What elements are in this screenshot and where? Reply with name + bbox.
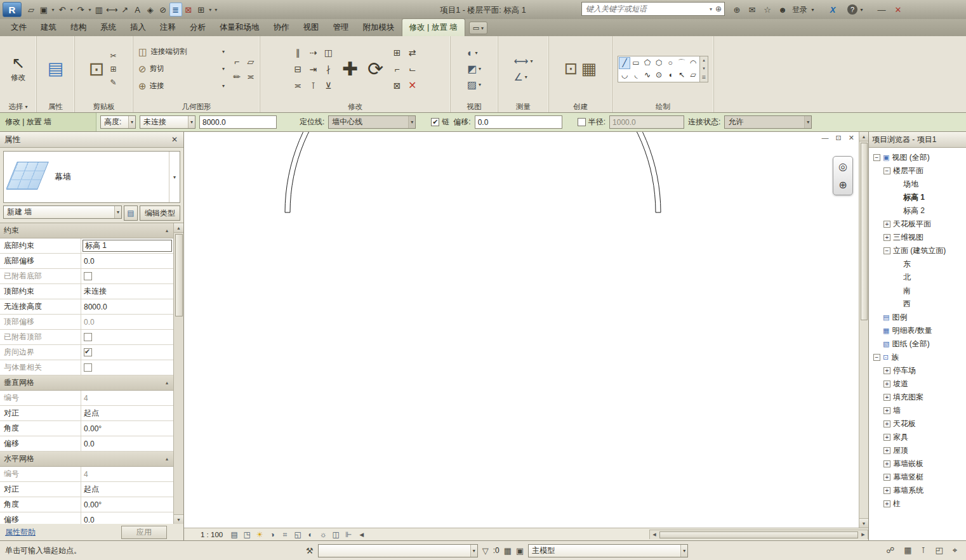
app-button[interactable]: R — [3, 2, 22, 17]
edit-type-icon[interactable]: ▤ — [124, 205, 138, 221]
show-crop-region-icon[interactable]: ◱ — [292, 530, 303, 540]
tree-expander[interactable]: − — [873, 154, 880, 161]
switch-windows-icon[interactable]: ⊞ — [195, 3, 208, 16]
split-face-icon[interactable]: ▱ — [248, 56, 255, 67]
checkbox[interactable] — [84, 333, 92, 341]
horizontal-scrollbar[interactable]: ◀ ▶ — [649, 530, 868, 539]
minimize-icon[interactable]: — — [875, 3, 889, 16]
properties-button[interactable]: ▤ — [45, 59, 67, 79]
collapse-icon[interactable]: ▴ — [166, 456, 168, 462]
cut-icon[interactable]: ✂ — [108, 50, 119, 62]
checkbox[interactable] — [84, 363, 92, 372]
scroll-down-icon[interactable]: ▼ — [859, 518, 868, 528]
prop-group-horizontal-grid[interactable]: 水平网格 ▴ — [0, 452, 173, 467]
prop-row-v-offset[interactable]: 偏移 ▴ 0.0 — [0, 436, 173, 452]
align-icon[interactable]: ∥ — [296, 48, 300, 58]
close-icon[interactable]: ✕ — [891, 3, 905, 16]
measure-between-refs-icon[interactable]: ⟷ ▾ — [514, 55, 533, 67]
search-go-icon[interactable]: ⊕ — [714, 4, 723, 13]
fillet-arc-tool[interactable]: ◟ — [630, 69, 642, 81]
tree-family-curtain-mullions[interactable]: + 幕墙竖梃 — [870, 471, 966, 484]
pick-faces-tool[interactable]: ▱ — [687, 69, 699, 81]
tree-expander[interactable] — [894, 287, 901, 294]
tree-level-1[interactable]: 标高 1 — [870, 191, 966, 204]
communication-center-icon[interactable]: ✉ — [745, 3, 759, 16]
reveal-hidden-elements-icon[interactable]: ☼ — [317, 530, 329, 540]
tree-elevations[interactable]: − 立面 (建筑立面) — [870, 244, 966, 257]
help-dropdown-icon[interactable]: ▾ — [859, 3, 864, 16]
tree-expander[interactable] — [894, 261, 901, 268]
project-browser-header[interactable]: 项目浏览器 - 项目1 — [869, 132, 966, 148]
tree-elevation-north[interactable]: 北 — [870, 271, 966, 284]
properties-scrollbar[interactable]: ▲ ▼ — [173, 223, 183, 524]
prop-row-base-offset[interactable]: 底部偏移 ▴ 0.0 — [0, 254, 173, 269]
tree-expander[interactable]: + — [883, 221, 890, 228]
scrollbar-thumb[interactable] — [659, 531, 858, 538]
tree-family-roofs[interactable]: + 屋顶 — [870, 444, 966, 457]
unpin-icon[interactable]: ⊻ — [325, 81, 331, 91]
type-selector[interactable]: 幕墙 ▾ — [3, 151, 180, 203]
filter-icon[interactable]: ▽ — [482, 546, 489, 556]
prop-row-room-bounding[interactable]: 房间边界 ▴ — [0, 345, 173, 360]
scroll-up-icon[interactable]: ▲ — [859, 132, 868, 141]
switch-windows-dropdown-icon[interactable]: ▾ — [208, 3, 213, 16]
type-selector-dropdown-icon[interactable]: ▾ — [169, 152, 180, 202]
checkbox[interactable] — [84, 348, 92, 356]
tab-structure[interactable]: 结构 — [63, 19, 93, 36]
sign-in-icon[interactable]: ☻ — [776, 3, 790, 16]
search-dropdown-icon[interactable]: ▾ — [708, 6, 714, 12]
tab-modify-place-wall[interactable]: 修改 | 放置 墙 — [402, 18, 465, 36]
tree-expander[interactable]: + — [883, 500, 890, 507]
join-geometry-button[interactable]: ⊕ 连接 ▾ — [136, 78, 227, 94]
prop-row-related-to-mass[interactable]: 与体量相关 ▴ — [0, 360, 173, 375]
design-options-combo[interactable]: 主模型 ▾ — [528, 544, 688, 557]
chain-checkbox[interactable]: ✔ 链 — [431, 117, 449, 127]
tab-massing-site[interactable]: 体量和场地 — [213, 19, 267, 36]
prop-row-h-number[interactable]: 编号 ▴ 4 — [0, 467, 173, 482]
select-by-face-icon[interactable]: ◰ — [935, 545, 943, 556]
tab-collaborate[interactable]: 协作 — [267, 19, 296, 36]
line-tool[interactable]: ╱ — [619, 57, 630, 69]
tree-family-furniture[interactable]: + 家具 — [870, 431, 966, 444]
tree-family-ramps[interactable]: + 坡道 — [870, 377, 966, 391]
tree-expander[interactable]: + — [883, 460, 890, 467]
scrollbar-thumb[interactable] — [861, 143, 868, 320]
tab-architecture[interactable]: 建筑 — [34, 19, 63, 36]
tree-site[interactable]: 场地 — [870, 178, 966, 191]
panel-label-select[interactable]: 选择 ▾ — [0, 101, 36, 112]
tab-view[interactable]: 视图 — [296, 19, 326, 36]
undo-dropdown-icon[interactable]: ▾ — [69, 3, 74, 16]
tree-expander[interactable]: + — [883, 367, 890, 374]
mirror-pick-axis-icon[interactable]: ◫ — [324, 48, 333, 58]
tree-expander[interactable]: − — [873, 354, 880, 361]
close-inactive-windows-icon[interactable]: ⊠ — [182, 3, 195, 16]
hide-icon[interactable]: ⊠ — [394, 81, 401, 91]
tree-expander[interactable]: − — [883, 247, 890, 254]
text-icon[interactable]: A — [131, 3, 144, 16]
tree-families[interactable]: − ⊡ 族 — [870, 351, 966, 364]
prop-row-base-constraint[interactable]: 底部约束 ▴ 标高 1 — [0, 238, 173, 254]
cut-geometry-button[interactable]: ⊘ 剪切 ▾ — [136, 61, 227, 77]
properties-header[interactable]: 属性 ✕ — [0, 132, 183, 148]
wall-joins-icon[interactable]: ⌐ — [234, 56, 239, 67]
partial-ellipse-tool[interactable]: ◖ — [665, 69, 676, 81]
tab-file[interactable]: 文件 — [4, 19, 34, 36]
select-links-icon[interactable]: ☍ — [886, 545, 894, 556]
thin-lines-icon[interactable]: ≣ — [169, 3, 182, 16]
favorites-icon[interactable]: ☆ — [760, 3, 774, 16]
linework-icon[interactable]: ▨ ▾ — [467, 79, 481, 91]
cope-button[interactable]: ◫ 连接端切割 ▾ — [136, 44, 227, 60]
spline-tool[interactable]: ∿ — [642, 69, 653, 81]
tree-expander[interactable]: + — [883, 234, 890, 241]
gallery-down-icon[interactable]: ▾ — [700, 65, 708, 73]
radius-checkbox[interactable]: 半径: — [578, 117, 605, 127]
tree-expander[interactable] — [894, 207, 901, 214]
start-end-radius-arc-tool[interactable]: ⌒ — [676, 57, 687, 69]
prop-row-top-constraint[interactable]: 顶部约束 ▴ 未连接 — [0, 284, 173, 299]
editable-only-icon[interactable]: ▦ — [504, 546, 512, 556]
tree-expander[interactable] — [873, 327, 880, 334]
drawing-area[interactable]: —⊡✕ ◎⊕ ▲ ▼ 1 : 100 ▤◳☀◑⌗◱◐☼◫⊩ ◀ ◀ ▶ — [184, 132, 868, 540]
tree-level-2[interactable]: 标高 2 — [870, 204, 966, 218]
apply-button[interactable]: 应用 — [121, 526, 167, 539]
prop-row-v-angle[interactable]: 角度 ▴ 0.00° — [0, 421, 173, 436]
